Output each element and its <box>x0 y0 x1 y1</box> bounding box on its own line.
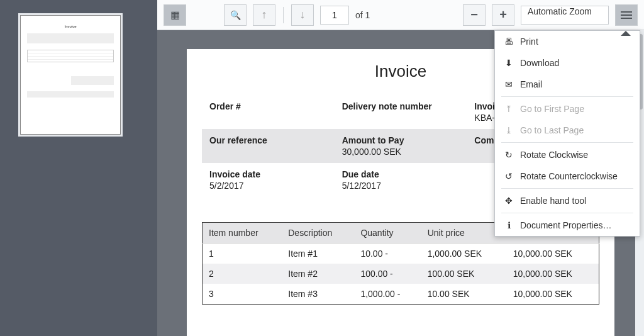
label-invoice-date: Invoice date <box>209 169 327 179</box>
main-area: of 1 Automatic Zoom 🖶Print ⬇Download ✉Em… <box>157 0 644 336</box>
menu-label: Rotate Counterclockwise <box>520 171 618 181</box>
first-page-icon: ⤒ <box>504 104 514 114</box>
page-thumbnail[interactable]: Invoice <box>20 15 121 135</box>
page-count-label: of 1 <box>355 10 370 20</box>
cell-item-no: 3 <box>203 284 282 305</box>
page-number-input[interactable] <box>320 6 349 25</box>
table-row: 2 Item #2 100.00 - 100.00 SEK 10,000.00 … <box>203 264 599 284</box>
cell-item-no: 2 <box>203 264 282 284</box>
arrow-up-icon <box>262 8 267 21</box>
cell-total: 10,000.00 SEK <box>507 264 599 284</box>
search-icon <box>230 8 241 21</box>
cell-unit: 100.00 SEK <box>421 264 507 284</box>
menu-label: Email <box>520 79 542 89</box>
label-our-reference: Our reference <box>209 135 327 145</box>
menu-label: Document Properties… <box>520 220 612 230</box>
cell-desc: Item #2 <box>282 264 354 284</box>
cell-desc: Item #3 <box>282 284 354 305</box>
thumbnail-sidebar: Invoice <box>0 0 157 336</box>
minus-icon <box>470 8 478 22</box>
cell-qty: 10.00 - <box>354 244 421 264</box>
menu-rotate-ccw[interactable]: ↺Rotate Counterclockwise <box>495 165 640 187</box>
cell-desc: Item #1 <box>282 244 354 264</box>
zoom-out-button[interactable] <box>463 4 486 26</box>
pdf-toolbar: of 1 Automatic Zoom <box>157 0 644 30</box>
menu-label: Rotate Clockwise <box>520 150 588 160</box>
menu-separator <box>501 213 633 213</box>
menu-label: Go to Last Page <box>520 125 584 135</box>
tools-menu: 🖶Print ⬇Download ✉Email ⤒Go to First Pag… <box>494 30 640 237</box>
value-amount-to-pay: 30,000.00 SEK <box>342 147 460 157</box>
menu-separator <box>501 188 633 189</box>
print-icon: 🖶 <box>504 36 514 47</box>
menu-last-page: ⤓Go to Last Page <box>495 120 640 141</box>
arrow-down-icon <box>300 8 306 21</box>
cell-item-no: 1 <box>203 244 282 264</box>
grid-icon <box>170 8 180 21</box>
menu-doc-props[interactable]: ℹDocument Properties… <box>495 215 640 236</box>
cell-unit: 1,000.00 SEK <box>421 244 507 264</box>
hand-tool-icon: ✥ <box>504 196 514 206</box>
col-item-number: Item number <box>203 223 282 244</box>
zoom-select[interactable]: Automatic Zoom <box>521 6 609 25</box>
cell-unit: 10.00 SEK <box>421 284 507 305</box>
cell-total: 10,000.00 SEK <box>507 244 599 264</box>
zoom-in-button[interactable] <box>492 4 514 26</box>
hamburger-icon <box>621 11 632 19</box>
tools-menu-button[interactable] <box>615 4 638 26</box>
prev-page-button[interactable] <box>253 4 275 26</box>
col-description: Description <box>282 223 354 244</box>
menu-rotate-cw[interactable]: ↻Rotate Clockwise <box>495 144 640 165</box>
menu-print[interactable]: 🖶Print <box>495 31 640 52</box>
menu-separator <box>501 96 633 97</box>
rotate-cw-icon: ↻ <box>504 150 514 160</box>
menu-hand-tool[interactable]: ✥Enable hand tool <box>495 190 640 211</box>
menu-separator <box>501 142 633 143</box>
separator <box>283 7 284 23</box>
find-button[interactable] <box>224 4 247 26</box>
label-amount-to-pay: Amount to Pay <box>342 135 460 145</box>
menu-download[interactable]: ⬇Download <box>495 52 640 74</box>
menu-label: Download <box>520 58 559 68</box>
info-icon: ℹ <box>504 220 514 230</box>
value-invoice-date: 5/2/2017 <box>209 181 327 191</box>
menu-email[interactable]: ✉Email <box>495 74 640 95</box>
menu-first-page: ⤒Go to First Page <box>495 98 640 120</box>
download-icon: ⬇ <box>504 58 514 68</box>
menu-label: Enable hand tool <box>520 196 586 206</box>
cell-qty: 100.00 - <box>354 264 421 284</box>
email-icon: ✉ <box>504 79 514 89</box>
cell-qty: 1,000.00 - <box>354 284 421 305</box>
label-order-no: Order # <box>209 101 327 111</box>
plus-icon <box>499 8 507 22</box>
cell-total: 10,000.00 SEK <box>507 284 599 305</box>
label-due-date: Due date <box>342 169 460 179</box>
toggle-sidebar-button[interactable] <box>164 4 186 26</box>
table-row: 3 Item #3 1,000.00 - 10.00 SEK 10,000.00… <box>203 284 599 305</box>
label-delivery-note: Delivery note number <box>342 101 460 111</box>
menu-label: Print <box>520 36 538 47</box>
rotate-ccw-icon: ↺ <box>504 171 514 181</box>
last-page-icon: ⤓ <box>504 125 514 135</box>
menu-label: Go to First Page <box>520 104 584 114</box>
col-quantity: Quantity <box>354 223 421 244</box>
value-due-date: 5/12/2017 <box>342 181 460 191</box>
next-page-button[interactable] <box>291 4 314 26</box>
table-row: 1 Item #1 10.00 - 1,000.00 SEK 10,000.00… <box>203 244 599 264</box>
